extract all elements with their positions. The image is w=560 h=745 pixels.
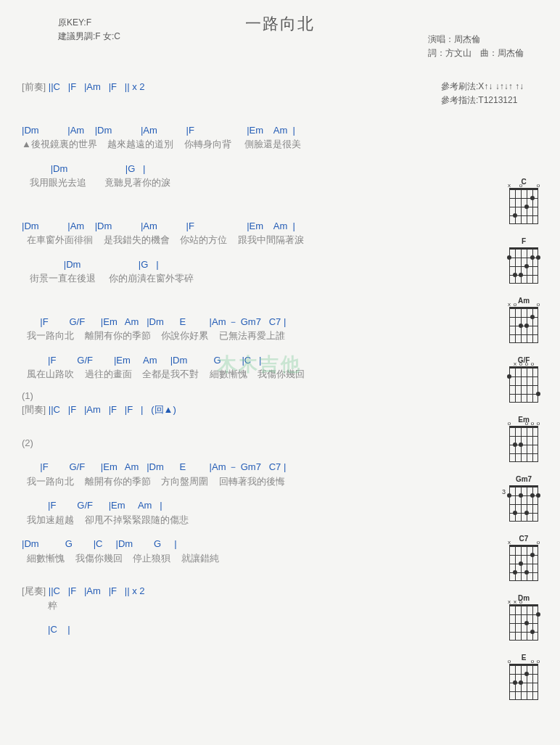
fretboard-grid: x o o	[509, 188, 538, 224]
lyric-line: 我一路向北 離開有你的季節 你說你好累 已無法再愛上誰	[22, 329, 479, 343]
interlude-row: [間奏] ||C |F |Am |F |F | (回▲)	[22, 403, 479, 417]
outro-end: |C |	[22, 622, 479, 637]
outro-label: [尾奏]	[22, 585, 46, 596]
chord-diagram-em: Em o o o o	[502, 416, 545, 462]
mark-1: (1)	[22, 389, 479, 403]
chord-line: |Dm G |C |Dm G |	[22, 537, 479, 551]
chord-diagram-e: E o o o	[502, 654, 545, 700]
lyric-line: 街景一直在後退 你的崩潰在窗外零碎	[22, 271, 479, 286]
outro-row: [尾奏] ||C |F |Am |F || x 2	[22, 584, 479, 598]
lyric-line: ▲後視鏡裏的世界 越來越遠的道別 你轉身向背 側臉還是很美	[22, 137, 479, 152]
chord-diagram-dm: Dm x x o	[502, 594, 545, 641]
fretboard-grid: 3	[509, 485, 538, 522]
chord-diagrams-sidebar: C x o o F Am x	[502, 178, 545, 700]
fretboard-grid: x o o o	[509, 366, 538, 403]
outro-chords: ||C |F |Am |F || x 2	[46, 585, 144, 596]
page-container: 原KEY:F 建議男調:F 女:C 一路向北 演唱：周杰倫 詞：方文山 曲：周杰…	[0, 0, 560, 745]
lyric-line: 風在山路吹 過往的畫面 全都是我不對 細數慚愧 我傷你幾回	[22, 367, 479, 382]
chord-diagram-label: F	[522, 237, 526, 245]
lyric-line: 我加速超越 卻甩不掉緊緊跟隨的傷悲	[22, 513, 479, 527]
intro-row: [前奏] ||C |F |Am |F || x 2	[22, 80, 479, 94]
page-title: 一路向北	[0, 13, 560, 35]
lyric-line: 在車窗外面徘徊 是我錯失的機會 你站的方位 跟我中間隔著淚	[22, 233, 479, 247]
lyric-line: 我用眼光去追 竟聽見著你的淚	[22, 176, 479, 190]
chord-diagram-gf: G/F x o o o	[502, 356, 545, 403]
chord-diagram-c: C x o o	[502, 178, 545, 224]
header-right: 演唱：周杰倫 詞：方文山 曲：周杰倫	[428, 33, 524, 60]
interlude-label: [間奏]	[22, 404, 46, 415]
performer: 演唱：周杰倫	[428, 33, 524, 46]
fretboard-grid: o o o o	[509, 426, 538, 462]
chord-line: |F G/F |Em Am |Dm E |Am － Gm7 C7 |	[22, 315, 479, 329]
interlude-chords: ||C |F |Am |F |F | (回▲)	[46, 404, 176, 415]
fretboard-grid	[509, 247, 538, 284]
chord-line: |F G/F |Em Am |	[22, 498, 479, 513]
chord-diagram-c7: C7 x o	[502, 535, 545, 581]
fretboard-grid: x o o	[509, 307, 538, 343]
sheet-body: [前奏] ||C |F |Am |F || x 2 |Dm |Am |Dm |A…	[22, 80, 479, 637]
chord-diagram-label: Am	[518, 297, 530, 305]
chord-line: |Dm |Am |Dm |Am |F |Em Am |	[22, 219, 479, 234]
chord-diagram-am: Am x o o	[502, 297, 545, 343]
chord-line: |F G/F |Em Am |Dm E |Am － Gm7 C7 |	[22, 460, 479, 474]
chord-diagram-gm7: Gm7 3	[502, 475, 545, 522]
mark-2: (2)	[22, 436, 479, 450]
fretboard-grid: o o o	[509, 664, 538, 700]
lyric-line: 細數慚愧 我傷你幾回 停止狼狽 就讓錯純	[22, 551, 479, 566]
intro-chords: ||C |F |Am |F || x 2	[46, 81, 144, 92]
chord-diagram-label: C7	[519, 535, 529, 543]
chord-line: |Dm |G |	[22, 258, 479, 272]
outro-lyric: 粹	[22, 598, 479, 613]
fretboard-grid: x o	[509, 545, 538, 581]
chord-line: |F G/F |Em Am |Dm G |C |	[22, 353, 479, 368]
lyric-line: 我一路向北 離開有你的季節 方向盤周圍 回轉著我的後悔	[22, 474, 479, 489]
chord-diagram-label: Gm7	[516, 475, 532, 483]
fretboard-grid: x x o	[509, 604, 538, 641]
intro-label: [前奏]	[22, 81, 46, 92]
chord-line: |Dm |G |	[22, 162, 479, 176]
chord-line: |Dm |Am |Dm |Am |F |Em Am |	[22, 123, 479, 138]
chord-diagram-f: F	[502, 237, 545, 284]
credits: 詞：方文山 曲：周杰倫	[428, 46, 524, 60]
chord-diagram-label: E	[522, 654, 527, 662]
